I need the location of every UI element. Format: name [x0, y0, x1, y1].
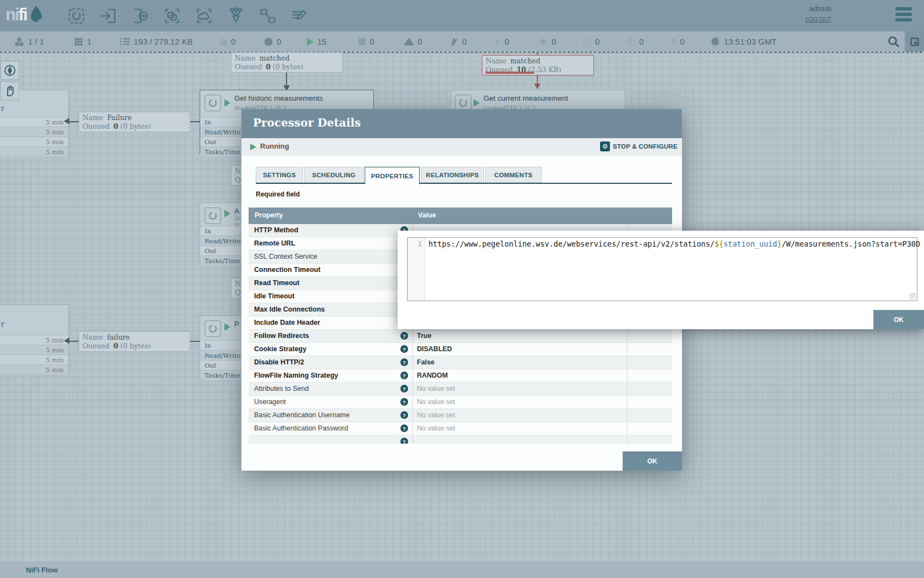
status-locally-modified: ∗ 0	[539, 31, 556, 52]
table-row: Useragent? No value set	[249, 396, 672, 409]
help-icon[interactable]: ?	[400, 398, 408, 406]
connection-label-matched-alert[interactable]: Namematched Queued10(2.53 KB)	[482, 55, 594, 75]
processor-icon	[205, 208, 221, 224]
remote-url-value[interactable]: https://www.pegelonline.wsv.de/webservic…	[428, 239, 920, 248]
connection-label-matched-top[interactable]: Namematched Queued0(0 bytes)	[231, 52, 343, 73]
tab-properties[interactable]: PROPERTIES	[365, 167, 420, 184]
invalid-warning-icon	[404, 37, 414, 46]
app-header: nifi	[0, 0, 924, 31]
clipped-text-fragment: r	[1, 105, 4, 112]
processor-title-fragment: A	[234, 207, 239, 215]
help-icon[interactable]: ?	[400, 438, 408, 444]
stat-row: 5 min	[0, 127, 68, 137]
help-icon[interactable]: ?	[400, 345, 408, 353]
table-row: Disable HTTP/2? False	[249, 356, 672, 369]
breadcrumb[interactable]: NiFi Flow	[26, 566, 58, 574]
help-icon[interactable]: ?	[400, 372, 408, 379]
table-row: Attributes to Send? No value set	[249, 383, 672, 396]
template-icon[interactable]	[258, 7, 277, 25]
process-group-icon[interactable]	[163, 7, 182, 25]
help-icon[interactable]: ?	[400, 358, 408, 366]
help-icon[interactable]: ?	[400, 411, 408, 419]
table-row: Basic Authentication Password? No value …	[249, 422, 672, 435]
value-column-header: Value	[418, 211, 436, 219]
navigate-palette-button[interactable]	[1, 61, 19, 80]
output-port-icon[interactable]	[131, 7, 150, 25]
droplet-icon	[28, 4, 45, 25]
dialog-header: Processor Details	[241, 109, 682, 138]
funnel-icon[interactable]	[227, 7, 245, 25]
transmitting-icon: ◎	[220, 37, 227, 47]
popup-ok-button[interactable]: OK	[873, 310, 924, 329]
connection-label-failure-top[interactable]: NameFailure Queued0(0 bytes)	[79, 112, 190, 132]
input-port-icon[interactable]	[99, 7, 118, 25]
editor-resize-handle[interactable]	[909, 293, 916, 299]
processor-title: Get current measurement	[483, 94, 568, 102]
line-number: 1	[417, 239, 422, 248]
size-percent-bar	[544, 72, 590, 74]
logo-text: ni	[6, 5, 19, 25]
clipped-text-fragment: r	[1, 320, 4, 328]
hand-icon	[3, 84, 16, 97]
status-invalid: 0	[404, 31, 422, 52]
search-icon[interactable]	[888, 36, 900, 48]
required-field-note: Required field	[256, 190, 300, 198]
table-row-clipped: ?	[249, 435, 672, 444]
tab-scheduling[interactable]: SCHEDULING	[304, 167, 364, 183]
remote-process-group-icon[interactable]	[195, 7, 213, 25]
tab-settings[interactable]: SETTINGS	[256, 167, 303, 183]
status-stopped: 0	[359, 31, 374, 52]
status-stale: ↑ 0	[583, 31, 600, 52]
stop-and-configure-button[interactable]: ⚙ STOP & CONFIGURE	[600, 141, 678, 151]
birdseye-toggle[interactable]	[905, 31, 924, 52]
stat-row: 5 min	[0, 137, 68, 146]
status-running: 15	[307, 31, 327, 52]
threads-grid-icon	[74, 37, 83, 46]
queue-percent-bar	[82, 348, 117, 350]
refresh-icon[interactable]	[711, 37, 720, 46]
running-play-icon	[250, 144, 256, 150]
help-icon[interactable]: ?	[400, 424, 408, 432]
logout-link[interactable]: LOG OUT	[806, 16, 832, 23]
processor-title: Get historic measurements	[234, 94, 323, 102]
label-icon[interactable]	[290, 7, 309, 25]
status-up-to-date: ✓ 0	[494, 31, 509, 52]
running-play-icon	[224, 210, 230, 217]
code-editor[interactable]: 1 https://www.pegelonline.wsv.de/webserv…	[407, 237, 917, 301]
queue-percent-bar	[82, 129, 117, 130]
stat-row: 5 min	[0, 364, 68, 374]
asterisk-icon: ∗	[539, 35, 548, 48]
status-queued: 193 / 279.12 KB	[120, 31, 193, 52]
global-menu-icon[interactable]	[895, 7, 912, 24]
tab-underline	[256, 183, 672, 184]
status-disabled: 0	[450, 31, 466, 52]
stat-row: 5 min	[0, 117, 68, 127]
tab-comments[interactable]: COMMENTS	[485, 167, 542, 183]
t ab-relationships[interactable]: RELATIONSHIPS	[421, 167, 484, 183]
property-column-header: Property	[255, 211, 283, 219]
help-icon[interactable]: ?	[400, 385, 408, 392]
table-row: Cookie Strategy? DISABLED	[249, 343, 672, 356]
disabled-lightning-icon	[450, 37, 458, 46]
not-transmitting-icon	[264, 37, 273, 46]
connection-label-failure-bottom[interactable]: Namefailure Queued0(0 bytes)	[79, 331, 190, 352]
breadcrumb-bar: NiFi Flow	[0, 561, 924, 578]
dialog-ok-button[interactable]: OK	[623, 451, 682, 471]
running-play-icon	[474, 99, 480, 107]
status-not-transmitting: 0	[264, 31, 281, 52]
stat-row: 5 min	[0, 345, 68, 355]
nifi-logo: nifi	[6, 4, 45, 25]
running-play-icon	[224, 323, 230, 331]
check-icon: ✓	[494, 37, 501, 47]
processor-icon[interactable]	[67, 7, 86, 25]
connection-arrowhead	[64, 118, 69, 124]
running-play-icon	[224, 99, 230, 107]
dialog-status-row: Running ⚙ STOP & CONFIGURE	[241, 138, 682, 156]
operate-palette-button[interactable]	[1, 81, 19, 100]
help-icon[interactable]: ?	[400, 332, 408, 340]
table-header: Property Value	[249, 208, 672, 224]
edge-processor-bottom[interactable]: 5 min 5 min 5 min 5 min	[0, 304, 69, 372]
up-arrow-icon: ↑	[583, 37, 591, 46]
stat-row: 5 min	[0, 335, 68, 345]
queued-list-icon	[120, 37, 130, 46]
